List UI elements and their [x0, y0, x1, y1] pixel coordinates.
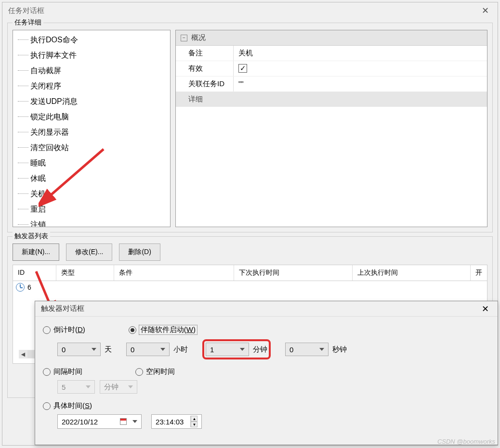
minutes-highlight: 1 分钟	[202, 339, 271, 359]
task-details-group: 任务详细 执行DOS命令执行脚本文件自动截屏关闭程序发送UDP消息锁定此电脑关闭…	[7, 23, 493, 232]
radio-interval[interactable]: 间隔时间	[43, 367, 82, 376]
dialog-title: 触发器对话框	[41, 304, 84, 313]
date-picker[interactable]: 2022/10/12	[57, 414, 142, 429]
radio-idle[interactable]: 空闲时间	[135, 367, 175, 376]
seconds-combo[interactable]: 0	[285, 343, 329, 356]
tree-item[interactable]: 锁定此电脑	[13, 109, 170, 125]
tree-item-label: 重启	[30, 203, 46, 216]
time-spinner[interactable]: ▲ ▼	[190, 416, 197, 427]
detail-subheader: 详细	[176, 92, 487, 107]
prop-valid-value[interactable]: ✓	[234, 61, 487, 76]
tree-item-label: 执行DOS命令	[30, 34, 78, 46]
tree-item[interactable]: 休眠	[13, 171, 170, 186]
delete-trigger-button[interactable]: 删除(D)	[119, 243, 160, 261]
radio-icon	[43, 368, 51, 376]
prop-valid-label: 有效	[176, 61, 234, 76]
prop-linked-label: 关联任务ID	[176, 77, 234, 91]
col-last[interactable]: 上次执行时间	[353, 265, 471, 281]
tree-item-label: 锁定此电脑	[30, 111, 69, 123]
dialog-close-icon[interactable]: ✕	[479, 304, 492, 314]
radio-icon	[135, 368, 143, 376]
task-details-label: 任务详细	[13, 18, 43, 27]
collapse-icon[interactable]: −	[181, 35, 187, 41]
tree-item[interactable]: 执行DOS命令	[13, 32, 170, 48]
chevron-down-icon	[240, 348, 245, 351]
tree-item[interactable]: 发送UDP消息	[13, 94, 170, 109]
watermark: CSDN @boomworks	[437, 438, 495, 445]
hours-combo[interactable]: 0	[126, 343, 170, 356]
scroll-left-icon[interactable]: ◄	[19, 350, 27, 358]
chevron-down-icon	[92, 348, 96, 351]
trigger-dialog: 触发器对话框 ✕ 倒计时(D) 伴随软件启动(W) 0 天	[35, 301, 498, 445]
days-label: 天	[105, 345, 112, 354]
tree-item[interactable]: 关闭显示器	[13, 125, 170, 140]
chevron-down-icon	[132, 420, 137, 423]
chevron-down-icon	[319, 348, 324, 351]
hours-label: 小时	[173, 345, 188, 354]
tree-item-label: 休眠	[30, 172, 46, 185]
interval-unit-combo: 分钟	[100, 380, 137, 394]
window-titlebar: 任务对话框 ✕	[2, 2, 498, 19]
radio-specific-time[interactable]: 具体时间(S)	[43, 401, 92, 410]
calendar-icon	[120, 418, 127, 425]
tree-item[interactable]: 自动截屏	[13, 63, 170, 78]
radio-countdown[interactable]: 倒计时(D)	[43, 325, 85, 334]
tree-item[interactable]: 睡眠	[13, 155, 170, 171]
prop-remark-label: 备注	[176, 46, 234, 61]
tree-item-label: 执行脚本文件	[30, 49, 77, 62]
spin-up-icon[interactable]: ▲	[191, 416, 197, 422]
clock-icon	[16, 283, 25, 292]
task-tree[interactable]: 执行DOS命令执行脚本文件自动截屏关闭程序发送UDP消息锁定此电脑关闭显示器清空…	[13, 30, 171, 227]
chevron-down-icon	[128, 385, 133, 388]
col-cond[interactable]: 条件	[114, 265, 234, 281]
col-next[interactable]: 下次执行时间	[234, 265, 352, 281]
chevron-down-icon	[160, 348, 165, 351]
prop-remark-value[interactable]: 关机	[234, 46, 487, 61]
overview-header: 概况	[191, 33, 206, 42]
property-grid: − 概况 备注 关机 有效 ✓ 关联任务ID "" 详细	[175, 30, 487, 227]
tree-item-label: 自动截屏	[30, 64, 61, 77]
tree-item-label: 关机	[30, 188, 46, 200]
trigger-list-header: ID 类型 条件 下次执行时间 上次执行时间 开	[13, 265, 487, 281]
tree-item[interactable]: 关闭程序	[13, 78, 170, 94]
tree-item[interactable]: 注销	[13, 217, 170, 227]
tree-item[interactable]: 关机	[13, 186, 170, 202]
tree-item-label: 睡眠	[30, 157, 46, 169]
prop-linked-value[interactable]: ""	[234, 77, 487, 91]
minutes-label: 分钟	[253, 345, 267, 354]
dialog-titlebar: 触发器对话框 ✕	[35, 301, 498, 317]
radio-icon	[43, 326, 51, 334]
chevron-down-icon	[86, 385, 91, 388]
close-icon[interactable]: ✕	[479, 5, 492, 16]
checkbox-checked-icon[interactable]: ✓	[238, 64, 247, 73]
minutes-combo[interactable]: 1	[206, 343, 249, 356]
tree-item-label: 关闭程序	[30, 80, 61, 92]
table-row[interactable]: 6	[13, 281, 487, 294]
tree-item-label: 清空回收站	[30, 141, 69, 154]
tree-item-label: 注销	[30, 218, 46, 227]
window-title: 任务对话框	[8, 6, 44, 15]
col-open[interactable]: 开	[471, 265, 487, 281]
trigger-list-label: 触发器列表	[13, 232, 50, 241]
radio-withstart[interactable]: 伴随软件启动(W)	[129, 325, 197, 334]
tree-item[interactable]: 重启	[13, 202, 170, 217]
tree-item-label: 发送UDP消息	[30, 95, 78, 108]
interval-value-combo: 5	[57, 380, 95, 394]
radio-checked-icon	[129, 326, 136, 334]
row-id-value: 6	[27, 283, 31, 291]
spin-down-icon[interactable]: ▼	[191, 422, 197, 427]
edit-trigger-button[interactable]: 修改(E)...	[66, 243, 112, 261]
radio-icon	[43, 402, 51, 410]
col-id[interactable]: ID	[13, 265, 56, 281]
tree-item-label: 关闭显示器	[30, 126, 69, 139]
scroll-track[interactable]	[27, 350, 34, 358]
tree-item[interactable]: 执行脚本文件	[13, 48, 170, 63]
new-trigger-button[interactable]: 新建(N)...	[13, 243, 59, 261]
days-combo[interactable]: 0	[57, 343, 101, 356]
time-picker[interactable]: 23:14:03 ▲ ▼	[151, 414, 202, 429]
col-type[interactable]: 类型	[56, 265, 114, 281]
tree-item[interactable]: 清空回收站	[13, 140, 170, 155]
seconds-label: 秒钟	[332, 345, 347, 354]
